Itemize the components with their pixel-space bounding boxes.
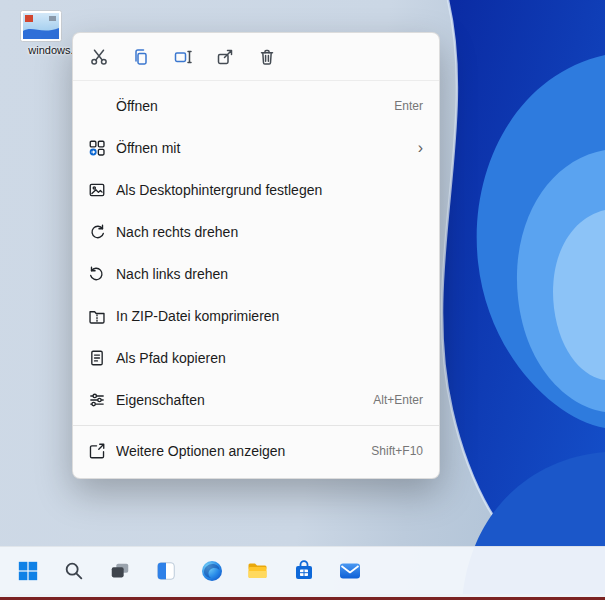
menu-item-show-more-options[interactable]: Weitere Optionen anzeigen Shift+F10 [73,430,439,472]
copy-path-icon [87,349,106,367]
mail-button[interactable] [330,551,370,591]
widgets-icon [155,560,177,582]
menu-item-open-with[interactable]: Öffnen mit › [73,127,439,169]
more-options-icon [87,442,106,460]
edge-browser-icon [200,559,224,583]
microsoft-store-icon [292,559,316,583]
search-icon [63,560,85,582]
share-icon [215,47,235,67]
menu-item-open[interactable]: Öffnen Enter [73,85,439,127]
menu-item-label: In ZIP-Datei komprimieren [116,308,413,324]
file-explorer-icon [246,559,270,583]
menu-item-copy-as-path[interactable]: Als Pfad kopieren [73,337,439,379]
menu-item-rotate-right[interactable]: Nach rechts drehen [73,211,439,253]
file-explorer-button[interactable] [238,551,278,591]
menu-item-label: Weitere Optionen anzeigen [116,443,361,459]
menu-item-shortcut: Enter [394,99,423,113]
delete-icon [257,47,277,67]
set-wallpaper-icon [87,181,106,199]
delete-button[interactable] [249,39,285,75]
start-button[interactable] [8,551,48,591]
chevron-right-icon: › [418,140,423,156]
task-view-icon [109,560,131,582]
context-menu: Öffnen Enter Öffnen mit › [72,32,440,479]
menu-item-label: Nach rechts drehen [116,224,413,240]
taskbar [0,546,605,594]
menu-separator [73,425,439,426]
menu-item-compress-to-zip[interactable]: In ZIP-Datei komprimieren [73,295,439,337]
cut-button[interactable] [81,39,117,75]
context-menu-items: Öffnen Enter Öffnen mit › [73,81,439,472]
copy-button[interactable] [123,39,159,75]
open-with-icon [87,139,106,157]
menu-item-label: Öffnen [116,98,384,114]
context-menu-quick-actions [73,33,439,81]
widgets-button[interactable] [146,551,186,591]
copy-icon [131,47,151,67]
store-button[interactable] [284,551,324,591]
rotate-left-icon [87,265,106,283]
menu-item-shortcut: Alt+Enter [373,393,423,407]
task-view-button[interactable] [100,551,140,591]
menu-item-shortcut: Shift+F10 [371,444,423,458]
share-button[interactable] [207,39,243,75]
cut-icon [89,47,109,67]
mail-icon [338,559,362,583]
rename-button[interactable] [165,39,201,75]
menu-item-label: Als Desktophintergrund festlegen [116,182,413,198]
menu-item-label: Als Pfad kopieren [116,350,413,366]
zip-compress-icon [87,307,106,325]
properties-icon [87,391,106,409]
menu-item-label: Nach links drehen [116,266,413,282]
menu-item-rotate-left[interactable]: Nach links drehen [73,253,439,295]
menu-item-properties[interactable]: Eigenschaften Alt+Enter [73,379,439,421]
edge-button[interactable] [192,551,232,591]
rotate-right-icon [87,223,106,241]
menu-item-set-as-desktop-background[interactable]: Als Desktophintergrund festlegen [73,169,439,211]
windows-start-icon [17,560,39,582]
menu-item-label: Öffnen mit [116,140,408,156]
desktop-screen: windows... [0,0,605,600]
search-button[interactable] [54,551,94,591]
menu-item-label: Eigenschaften [116,392,363,408]
rename-icon [173,47,193,67]
